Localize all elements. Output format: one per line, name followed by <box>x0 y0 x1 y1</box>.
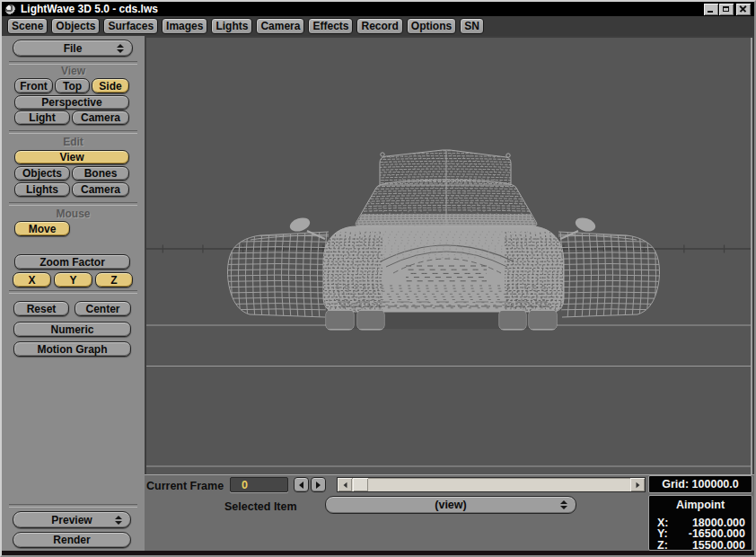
window-controls <box>703 4 751 15</box>
scrollbar-right-button[interactable] <box>630 478 645 491</box>
right-arrow-icon <box>316 482 321 489</box>
view-side-button[interactable]: Side <box>92 78 129 93</box>
current-frame-label: Current Frame <box>146 480 224 492</box>
motion-graph-button[interactable]: Motion Graph <box>13 341 131 357</box>
tab-sn[interactable]: SN <box>460 18 484 34</box>
edit-bones-button[interactable]: Bones <box>72 166 129 181</box>
viewport[interactable] <box>146 38 752 474</box>
window-title: LightWave 3D 5.0 - cds.lws <box>21 3 158 15</box>
maximize-icon <box>723 6 729 12</box>
file-menu-button[interactable]: File <box>13 40 133 57</box>
numeric-button[interactable]: Numeric <box>13 322 131 337</box>
edit-camera-button[interactable]: Camera <box>72 182 129 197</box>
view-front-button[interactable]: Front <box>14 78 53 93</box>
edit-objects-button[interactable]: Objects <box>14 166 70 181</box>
separator <box>9 130 137 134</box>
tab-camera[interactable]: Camera <box>256 18 304 34</box>
view-light-button[interactable]: Light <box>14 111 70 125</box>
menu-tab-bar: Scene Objects Surfaces Images Lights Cam… <box>2 16 754 36</box>
selected-item-dropdown[interactable]: (view) <box>325 496 576 514</box>
aimpoint-y-row: Y:-16500.000 <box>649 528 752 539</box>
view-top-button[interactable]: Top <box>55 78 90 93</box>
close-button[interactable] <box>736 4 751 15</box>
aimpoint-panel: Aimpoint X:18000.000 Y:-16500.000 Z:1550… <box>648 495 752 551</box>
frame-next-button[interactable] <box>311 477 326 492</box>
bottom-control-bar: Current Frame 0 Grid: 100000.0 Selected … <box>145 474 754 551</box>
current-frame-input[interactable]: 0 <box>230 477 288 492</box>
aimpoint-title: Aimpoint <box>649 499 752 511</box>
tab-effects[interactable]: Effects <box>308 18 353 34</box>
view-section-label: View <box>2 65 145 77</box>
updown-arrows-icon <box>115 516 122 525</box>
titlebar: LightWave 3D 5.0 - cds.lws <box>2 2 754 16</box>
minimize-icon <box>708 11 713 13</box>
tab-scene[interactable]: Scene <box>7 18 48 34</box>
tab-options[interactable]: Options <box>407 18 456 34</box>
selected-item-label: Selected Item <box>224 500 297 513</box>
axis-z-button[interactable]: Z <box>95 272 133 287</box>
tab-objects[interactable]: Objects <box>51 18 100 34</box>
scrollbar-thumb[interactable] <box>353 478 368 491</box>
edit-section-label: Edit <box>2 136 145 148</box>
app-icon <box>5 4 15 14</box>
frame-scrollbar[interactable] <box>337 477 646 492</box>
preview-button[interactable]: Preview <box>13 511 131 528</box>
separator <box>9 504 137 508</box>
right-arrow-icon <box>636 482 639 487</box>
view-camera-button[interactable]: Camera <box>72 111 129 125</box>
tab-images[interactable]: Images <box>162 18 207 34</box>
minimize-button[interactable] <box>704 4 718 15</box>
grid-size-display: Grid: 100000.0 <box>648 475 752 493</box>
frame-prev-button[interactable] <box>294 477 309 492</box>
lightwave-window: LightWave 3D 5.0 - cds.lws Scene Objects… <box>0 0 756 557</box>
wireframe-car-canvas <box>146 38 751 473</box>
edit-lights-button[interactable]: Lights <box>14 182 70 197</box>
aimpoint-z-row: Z:15500.000 <box>649 540 752 551</box>
left-arrow-icon <box>299 482 303 489</box>
sidebar: File View Front Top Side Perspective Lig… <box>2 36 145 551</box>
maximize-button[interactable] <box>719 4 734 15</box>
axis-x-button[interactable]: X <box>13 272 51 287</box>
tab-surfaces[interactable]: Surfaces <box>103 18 158 34</box>
mouse-section-label: Mouse <box>2 208 145 220</box>
edit-view-button[interactable]: View <box>14 150 129 164</box>
zoom-factor-button[interactable]: Zoom Factor <box>14 254 130 270</box>
bottom-strip <box>2 551 754 555</box>
updown-arrows-icon <box>560 500 567 509</box>
left-arrow-icon <box>343 482 347 487</box>
reset-button[interactable]: Reset <box>13 301 69 316</box>
scrollbar-left-button[interactable] <box>338 478 352 491</box>
separator <box>9 290 137 294</box>
axis-y-button[interactable]: Y <box>54 272 92 287</box>
mouse-move-button[interactable]: Move <box>14 221 70 236</box>
center-button[interactable]: Center <box>75 301 131 316</box>
updown-arrows-icon <box>117 44 124 53</box>
render-button[interactable]: Render <box>13 532 131 548</box>
view-perspective-button[interactable]: Perspective <box>14 95 129 110</box>
tab-lights[interactable]: Lights <box>211 18 252 34</box>
separator <box>9 202 137 206</box>
tab-record[interactable]: Record <box>356 18 402 34</box>
